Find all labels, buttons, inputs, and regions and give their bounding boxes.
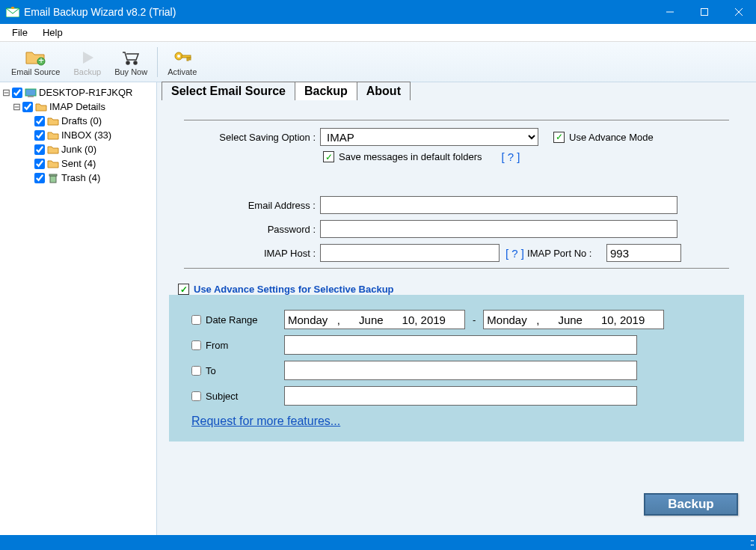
email-source-button[interactable]: + Email Source	[4, 44, 67, 80]
tabs: Select Email Source Backup About	[157, 82, 756, 100]
svg-rect-12	[187, 58, 188, 61]
subject-input[interactable]	[284, 386, 637, 406]
menu-help[interactable]: Help	[35, 25, 70, 40]
password-input[interactable]	[320, 220, 677, 238]
trash-icon	[46, 173, 60, 183]
saving-option-select[interactable]: IMAP	[320, 128, 538, 146]
menu-file[interactable]: File	[4, 25, 35, 40]
email-input[interactable]	[320, 196, 677, 214]
password-label: Password :	[163, 224, 320, 235]
toolbar: + Email Source Backup Buy Now Activate	[0, 42, 756, 82]
folder-icon	[46, 117, 60, 126]
tree-imap[interactable]: ⊟ IMAP Details	[1, 100, 155, 114]
activate-button[interactable]: Activate	[161, 44, 203, 80]
advance-settings-checkbox[interactable]: ✓	[178, 284, 189, 295]
play-icon	[79, 48, 96, 67]
request-features-link[interactable]: Request for more features...	[191, 415, 722, 428]
backup-label: Backup	[73, 67, 101, 76]
app-icon	[4, 7, 21, 17]
minimize-button[interactable]	[653, 0, 687, 24]
tree-trash-label: Trash (4)	[60, 172, 100, 183]
to-label: To	[206, 365, 216, 376]
toolbar-separator	[157, 47, 158, 77]
from-label: From	[206, 340, 228, 351]
maximize-button[interactable]	[687, 0, 722, 24]
email-source-label: Email Source	[11, 67, 60, 76]
imap-port-input[interactable]	[606, 244, 681, 262]
tree-inbox-label: INBOX (33)	[60, 129, 111, 141]
svg-rect-2	[701, 9, 708, 16]
subject-checkbox[interactable]	[191, 391, 201, 401]
saving-option-label: Select Saving Option :	[163, 132, 320, 143]
collapse-icon[interactable]: ⊟	[12, 101, 21, 112]
date-range-checkbox[interactable]	[191, 315, 201, 325]
buy-now-label: Buy Now	[114, 67, 147, 76]
buy-now-button[interactable]: Buy Now	[108, 44, 154, 80]
menubar: File Help	[0, 24, 756, 42]
tree-root-checkbox[interactable]	[12, 88, 22, 98]
svg-rect-15	[28, 96, 34, 97]
tree-inbox[interactable]: INBOX (33)	[1, 128, 155, 142]
svg-rect-17	[49, 174, 57, 176]
to-input[interactable]	[284, 361, 637, 380]
tab-backup[interactable]: Backup	[295, 82, 357, 100]
svg-point-10	[177, 55, 180, 58]
date-separator: -	[465, 314, 483, 326]
statusbar: :::	[0, 535, 756, 550]
subject-label: Subject	[206, 391, 238, 402]
date-range-label: Date Range	[206, 314, 257, 326]
svg-rect-13	[189, 58, 191, 60]
backup-panel: Select Saving Option : IMAP ✓ Use Advanc…	[157, 100, 756, 535]
advance-settings-title: Use Advance Settings for Selective Backu…	[194, 284, 394, 295]
tree-junk-checkbox[interactable]	[34, 144, 45, 155]
tree-sent-label: Sent (4)	[60, 158, 96, 169]
backup-submit-button[interactable]: Backup	[644, 493, 738, 516]
tree-root[interactable]: ⊟ DESKTOP-R1FJKQR	[1, 85, 155, 100]
collapse-icon[interactable]: ⊟	[1, 87, 10, 98]
computer-icon	[24, 88, 37, 98]
tab-select-source[interactable]: Select Email Source	[162, 82, 295, 100]
svg-rect-14	[25, 89, 36, 96]
imap-host-input[interactable]	[320, 244, 500, 262]
email-label: Email Address :	[163, 200, 320, 211]
help-link-2[interactable]: [ ? ]	[505, 247, 524, 260]
tree-inbox-checkbox[interactable]	[34, 130, 45, 141]
close-button[interactable]	[722, 0, 756, 24]
tab-about[interactable]: About	[357, 82, 411, 100]
date-start-input[interactable]	[284, 310, 465, 329]
tree-trash[interactable]: Trash (4)	[1, 171, 155, 185]
folder-tree: ⊟ DESKTOP-R1FJKQR ⊟ IMAP Details Drafts …	[1, 85, 155, 185]
help-link-1[interactable]: [ ? ]	[502, 150, 520, 163]
svg-point-7	[126, 61, 129, 64]
key-icon	[172, 48, 193, 67]
tree-drafts-checkbox[interactable]	[34, 116, 45, 126]
tree-junk-label: Junk (0)	[60, 144, 96, 155]
svg-point-8	[134, 61, 137, 64]
resize-grip-icon[interactable]: :::	[750, 537, 753, 548]
cart-icon	[120, 48, 141, 67]
folder-icon: +	[25, 48, 47, 67]
folder-icon	[46, 145, 60, 154]
imap-host-label: IMAP Host :	[163, 248, 320, 259]
tree-sent[interactable]: Sent (4)	[1, 156, 155, 171]
advance-mode-checkbox[interactable]: ✓	[553, 132, 565, 143]
from-checkbox[interactable]	[191, 340, 201, 350]
date-end-input[interactable]	[483, 310, 664, 329]
tree-imap-checkbox[interactable]	[22, 102, 33, 112]
activate-label: Activate	[168, 67, 197, 76]
from-input[interactable]	[284, 335, 637, 355]
titlebar: Email Backup Wizard v8.2 (Trial)	[0, 0, 756, 24]
tree-drafts[interactable]: Drafts (0)	[1, 114, 155, 128]
folder-icon	[46, 159, 60, 168]
save-default-label: Save messages in default folders	[339, 151, 482, 162]
tree-drafts-label: Drafts (0)	[60, 115, 102, 126]
tree-sent-checkbox[interactable]	[34, 159, 45, 169]
folder-icon	[34, 103, 48, 111]
to-checkbox[interactable]	[191, 366, 201, 376]
backup-button-toolbar[interactable]: Backup	[67, 44, 108, 80]
tree-imap-label: IMAP Details	[48, 101, 105, 112]
svg-text:+: +	[38, 55, 44, 66]
tree-trash-checkbox[interactable]	[34, 173, 45, 183]
tree-junk[interactable]: Junk (0)	[1, 142, 155, 156]
save-default-checkbox[interactable]: ✓	[323, 151, 334, 162]
